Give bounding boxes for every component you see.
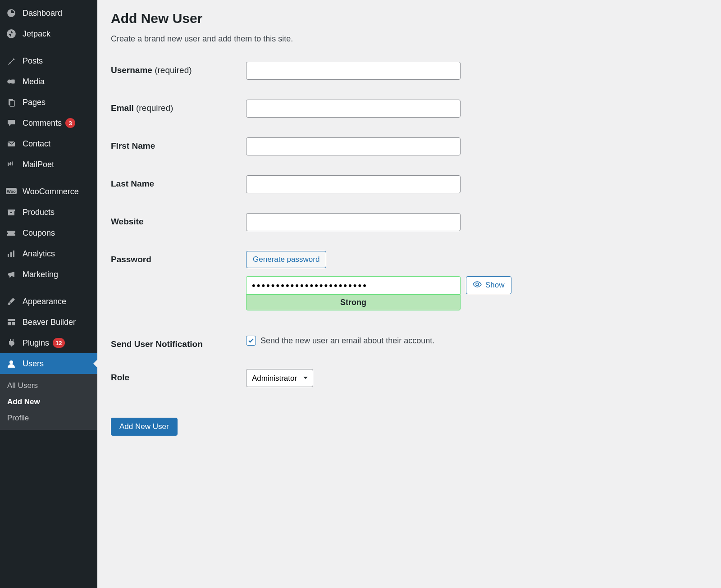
chart-icon [5, 248, 17, 260]
show-password-button[interactable]: Show [466, 276, 511, 294]
pages-icon [5, 96, 17, 108]
role-label: Role [111, 369, 246, 383]
jetpack-icon [5, 28, 17, 40]
email-label: Email (required) [111, 100, 246, 113]
sidebar-item-media[interactable]: Media [0, 71, 97, 92]
svg-rect-2 [11, 80, 15, 84]
svg-rect-8 [8, 210, 15, 211]
website-input[interactable] [246, 213, 461, 231]
sidebar-item-label: Plugins [23, 338, 49, 348]
website-label: Website [111, 213, 246, 227]
sidebar-item-woocommerce[interactable]: Woo WooCommerce [0, 181, 97, 202]
sidebar-item-label: Analytics [23, 249, 55, 259]
admin-sidebar: Dashboard Jetpack Posts Media Pages Comm… [0, 0, 97, 588]
sidebar-item-label: Pages [23, 98, 46, 107]
svg-rect-10 [10, 212, 12, 213]
sidebar-item-marketing[interactable]: Marketing [0, 264, 97, 285]
email-input[interactable] [246, 100, 461, 118]
sidebar-item-label: Marketing [23, 270, 58, 279]
last-name-input[interactable] [246, 175, 461, 193]
brush-icon [5, 296, 17, 307]
sidebar-item-label: WooCommerce [23, 187, 79, 196]
svg-rect-4 [10, 100, 14, 106]
sidebar-item-users[interactable]: Users [0, 353, 97, 374]
sidebar-item-label: Dashboard [23, 9, 62, 18]
main-content: Add New User Create a brand new user and… [97, 0, 721, 588]
submenu-all-users[interactable]: All Users [0, 378, 97, 394]
last-name-label: Last Name [111, 175, 246, 189]
sidebar-item-label: Comments [23, 119, 62, 128]
ticket-icon [5, 227, 17, 239]
sidebar-item-label: Appearance [23, 297, 66, 306]
sidebar-item-mailpoet[interactable]: MailPoet [0, 154, 97, 175]
first-name-label: First Name [111, 137, 246, 151]
username-label: Username (required) [111, 62, 246, 75]
svg-rect-15 [8, 322, 11, 325]
sidebar-item-plugins[interactable]: Plugins 12 [0, 333, 97, 353]
generate-password-button[interactable]: Generate password [246, 251, 326, 268]
sidebar-item-comments[interactable]: Comments 3 [0, 113, 97, 133]
svg-point-17 [9, 360, 13, 364]
submenu-profile[interactable]: Profile [0, 410, 97, 426]
sidebar-item-label: Products [23, 208, 55, 217]
envelope-icon [5, 138, 17, 150]
sidebar-item-label: Coupons [23, 228, 55, 238]
svg-rect-16 [12, 322, 15, 325]
svg-rect-12 [10, 252, 12, 257]
username-input[interactable] [246, 62, 461, 80]
svg-rect-13 [13, 251, 14, 257]
sidebar-item-analytics[interactable]: Analytics [0, 243, 97, 264]
sidebar-item-beaver[interactable]: Beaver Builder [0, 312, 97, 333]
svg-text:Woo: Woo [7, 189, 16, 194]
megaphone-icon [5, 269, 17, 280]
page-title: Add New User [111, 11, 707, 26]
notification-label: Send User Notification [111, 336, 246, 349]
password-strength: Strong [246, 294, 461, 310]
page-description: Create a brand new user and add them to … [111, 34, 707, 44]
comment-icon [5, 117, 17, 129]
plugins-update-badge: 12 [53, 338, 64, 348]
sidebar-item-dashboard[interactable]: Dashboard [0, 3, 97, 23]
plug-icon [5, 337, 17, 349]
password-label: Password [111, 251, 246, 264]
svg-rect-14 [8, 319, 15, 321]
layout-icon [5, 316, 17, 328]
comments-count-badge: 3 [65, 118, 75, 128]
eye-icon [473, 280, 485, 291]
submenu-add-new[interactable]: Add New [0, 394, 97, 410]
sidebar-item-label: Contact [23, 139, 50, 149]
notification-checkbox[interactable] [246, 336, 256, 346]
sidebar-item-pages[interactable]: Pages [0, 92, 97, 113]
svg-rect-9 [8, 211, 14, 215]
sidebar-item-posts[interactable]: Posts [0, 50, 97, 71]
media-icon [5, 76, 17, 87]
password-input[interactable] [246, 276, 461, 294]
sidebar-item-contact[interactable]: Contact [0, 133, 97, 154]
first-name-input[interactable] [246, 137, 461, 155]
sidebar-item-jetpack[interactable]: Jetpack [0, 23, 97, 44]
mailpoet-icon [5, 159, 17, 170]
svg-rect-11 [8, 254, 9, 257]
sidebar-item-appearance[interactable]: Appearance [0, 291, 97, 312]
sidebar-item-label: Users [23, 359, 44, 369]
pin-icon [5, 55, 17, 67]
svg-point-18 [476, 283, 479, 286]
svg-point-1 [7, 80, 11, 84]
add-new-user-button[interactable]: Add New User [111, 418, 178, 436]
sidebar-item-label: Jetpack [23, 29, 50, 39]
sidebar-item-label: MailPoet [23, 160, 54, 169]
archive-icon [5, 206, 17, 218]
users-submenu: All Users Add New Profile [0, 374, 97, 430]
sidebar-item-products[interactable]: Products [0, 202, 97, 223]
sidebar-item-label: Media [23, 77, 45, 87]
sidebar-item-coupons[interactable]: Coupons [0, 223, 97, 243]
dashboard-icon [5, 7, 17, 19]
woocommerce-icon: Woo [5, 186, 17, 197]
user-icon [5, 358, 17, 369]
role-select[interactable]: Administrator [246, 369, 313, 387]
sidebar-item-label: Beaver Builder [23, 318, 76, 327]
notification-text: Send the new user an email about their a… [260, 336, 434, 346]
sidebar-item-label: Posts [23, 56, 43, 66]
